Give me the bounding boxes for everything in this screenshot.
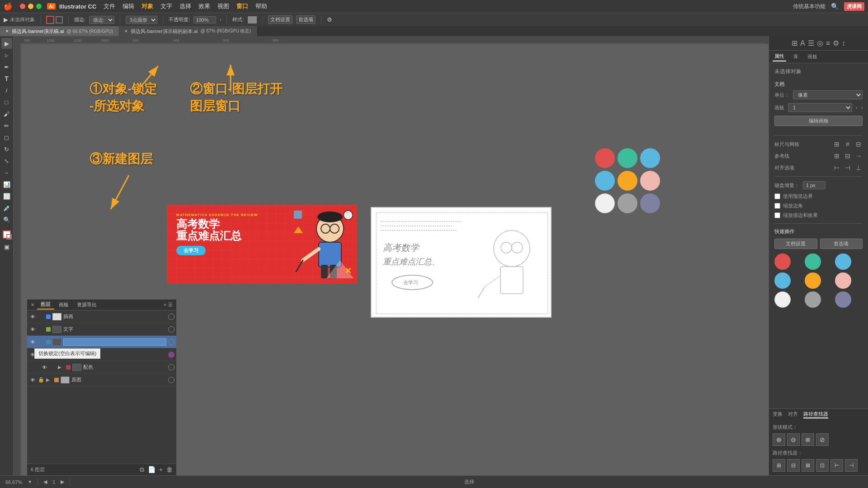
rpt-library[interactable]: 库 <box>792 52 800 61</box>
pf-btn-1[interactable]: ⊞ <box>773 459 785 472</box>
selection-tool[interactable]: ▶ 未选择对象 <box>4 16 35 23</box>
swatch-9[interactable] <box>835 291 851 308</box>
layer-expand-6[interactable]: ▶ <box>46 377 52 382</box>
align-icon-1[interactable]: ⊢ <box>833 164 841 172</box>
right-icon-3[interactable]: ☰ <box>808 39 814 47</box>
align-icon-2[interactable]: ⊣ <box>844 164 852 172</box>
layer-row-1[interactable]: 👁 插画 <box>27 310 176 323</box>
round-corners-checkbox[interactable] <box>774 203 780 209</box>
swatch-7[interactable] <box>774 291 791 308</box>
menu-select[interactable]: 选择 <box>179 2 191 10</box>
graph-tool[interactable]: 📊 <box>1 179 12 190</box>
menu-text[interactable]: 文字 <box>160 2 172 10</box>
tab-1-close[interactable]: ✕ <box>5 29 9 33</box>
snap-edge-checkbox[interactable] <box>774 193 780 199</box>
close-button[interactable] <box>20 4 25 9</box>
swatch-5[interactable] <box>805 272 821 289</box>
swatch-2[interactable] <box>805 253 821 270</box>
tab-layers[interactable]: 图层 <box>37 300 54 310</box>
maximize-button[interactable] <box>36 4 42 9</box>
fill-stroke-widget[interactable] <box>3 230 11 239</box>
guides-icon-1[interactable]: ⊞ <box>833 152 841 160</box>
tab-asset-export[interactable]: 资源导出 <box>73 300 100 309</box>
pf-btn-6[interactable]: ⊣ <box>845 459 858 472</box>
edit-artboard-btn[interactable]: 编辑画板 <box>774 116 863 126</box>
pf-btn-4[interactable]: ⊡ <box>816 459 829 472</box>
right-icon-1[interactable]: ⊞ <box>792 39 797 47</box>
bottom-tab-transform[interactable]: 变换 <box>773 411 783 418</box>
layer-row-5[interactable]: 👁 ▶ 配色 <box>27 361 176 374</box>
bottom-tab-align[interactable]: 对齐 <box>788 411 798 418</box>
layer-vis-6[interactable]: 👁 <box>29 376 36 384</box>
grid-icon-1[interactable]: ⊞ <box>833 140 841 148</box>
pencil-tool[interactable]: ✏ <box>1 120 12 131</box>
artboard-nav-prev[interactable]: ‹ <box>856 105 857 110</box>
swatch-4[interactable] <box>774 272 791 289</box>
rotate-tool[interactable]: ↻ <box>1 144 12 155</box>
style-swatch[interactable] <box>248 16 257 23</box>
grid-icon-3[interactable]: ⊟ <box>854 140 863 148</box>
search-icon[interactable]: 🔍 <box>831 3 839 10</box>
shape-mode-intersect[interactable]: ⊗ <box>802 433 814 446</box>
preferences-btn[interactable]: 首选项 <box>296 15 316 24</box>
artboard-tool[interactable]: ⬜ <box>1 191 12 202</box>
layer-target-5[interactable] <box>168 364 175 371</box>
menu-view[interactable]: 视图 <box>217 2 229 10</box>
menu-effect[interactable]: 效果 <box>198 2 210 10</box>
layer-row-2[interactable]: 👁 文字 <box>27 323 176 336</box>
layer-target-6[interactable] <box>168 377 175 383</box>
shape-mode-exclude[interactable]: ⊘ <box>816 433 829 446</box>
layer-target-3[interactable] <box>168 339 175 345</box>
tab-2[interactable]: ✕ 插边风-banner演示稿的副本.ai @ 67% (RGB/GPU 推迟) <box>119 26 257 36</box>
layer-row-4[interactable]: 👁 ▶ 配色 <box>27 348 176 361</box>
tab-2-close[interactable]: ✕ <box>124 29 128 33</box>
pf-btn-2[interactable]: ⊟ <box>787 459 800 472</box>
layer-vis-1[interactable]: 👁 <box>29 313 36 320</box>
right-icon-5[interactable]: ≡ <box>826 39 830 47</box>
artboard-nav-left[interactable]: ◀ <box>43 479 47 485</box>
quick-doc-settings-btn[interactable]: 文档设置 <box>774 239 817 249</box>
layer-vis-2[interactable]: 👁 <box>29 326 36 333</box>
menu-window[interactable]: 窗口 <box>236 2 248 10</box>
layer-vis-4[interactable]: 👁 <box>29 351 36 358</box>
guides-icon-2[interactable]: ⊟ <box>844 152 852 160</box>
grid-icon-2[interactable]: # <box>844 140 852 148</box>
right-icon-4[interactable]: ◎ <box>817 39 823 47</box>
stroke-color[interactable] <box>56 16 63 23</box>
tab-1[interactable]: ✕ 插边风-banner演示稿.ai @ 66.67% (RGB/GPU) <box>0 26 119 36</box>
align-icon-3[interactable]: ⊥ <box>854 164 863 172</box>
layer-row-3[interactable]: 👁 切换锁定(空白表示可编辑) <box>27 336 176 348</box>
paintbrush-tool[interactable]: 🖌 <box>1 108 12 119</box>
eyedropper-tool[interactable]: 💉 <box>1 202 12 213</box>
tab-artboards[interactable]: 画板 <box>55 300 72 309</box>
swatch-1[interactable] <box>774 253 791 270</box>
layer-name-input-3[interactable] <box>63 338 166 346</box>
layer-lock-6[interactable]: 🔒 <box>38 377 44 383</box>
shape-tool[interactable]: □ <box>1 97 12 108</box>
shape-mode-unite[interactable]: ⊕ <box>773 433 785 446</box>
layer-lock-5[interactable] <box>50 364 56 371</box>
unit-select[interactable]: 像素 <box>793 90 863 99</box>
panel-menu-btn[interactable]: ☰ <box>168 302 173 308</box>
artboard-nav-right[interactable]: ▶ <box>61 479 64 485</box>
layer-lock-3[interactable] <box>38 339 44 345</box>
select-tool[interactable]: ▶ <box>1 38 12 49</box>
menu-object[interactable]: 对象 <box>142 2 153 10</box>
layer-lock-4[interactable] <box>38 352 44 358</box>
eraser-tool[interactable]: ◻ <box>1 132 12 143</box>
artboard-select[interactable]: 1 <box>788 103 852 112</box>
layer-lock-1[interactable] <box>38 314 44 320</box>
pen-tool[interactable]: ✒ <box>1 61 12 72</box>
rpt-properties[interactable]: 属性 <box>773 52 786 61</box>
layer-vis-3[interactable]: 👁 <box>29 338 36 346</box>
menu-help[interactable]: 帮助 <box>255 2 267 10</box>
menu-file[interactable]: 文件 <box>104 2 115 10</box>
apple-menu[interactable]: 🍎 <box>4 2 13 11</box>
doc-settings-btn[interactable]: 文档设置 <box>268 15 292 24</box>
delete-layer-btn[interactable]: 🗑 <box>166 466 173 474</box>
warp-tool[interactable]: ~ <box>1 167 12 178</box>
zoom-down-icon[interactable]: ▼ <box>28 479 32 484</box>
quick-preferences-btn[interactable]: 首选项 <box>820 239 863 249</box>
menu-edit[interactable]: 编辑 <box>123 2 134 10</box>
type-tool[interactable]: T <box>1 73 12 84</box>
